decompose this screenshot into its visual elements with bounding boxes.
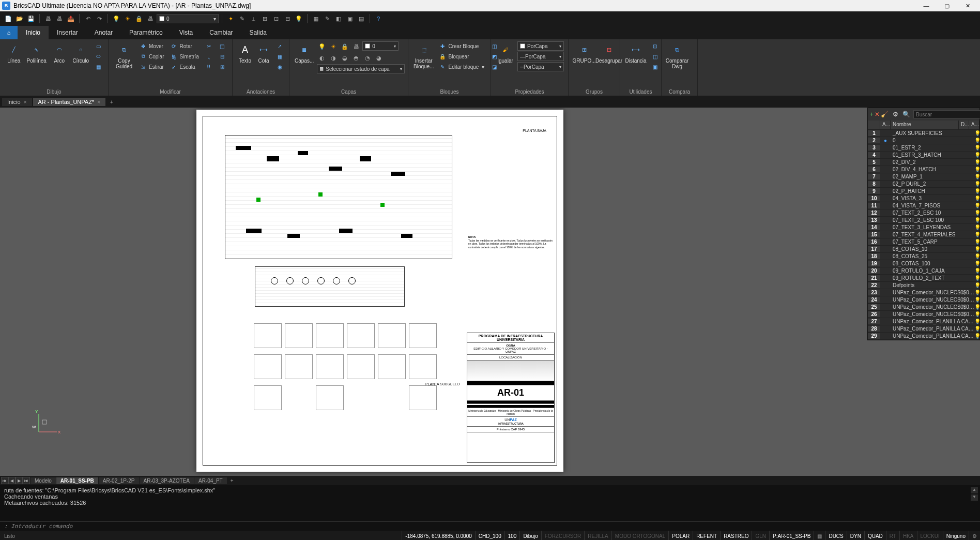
bulb1-icon[interactable]: 💡	[111, 13, 121, 24]
array-button[interactable]: ⠿	[203, 62, 215, 71]
status-hka[interactable]: HKA	[899, 531, 917, 540]
tool3-icon[interactable]: ⟂	[248, 13, 258, 24]
new-icon[interactable]: 📄	[3, 13, 13, 24]
status-rejilla[interactable]: REJILLA	[584, 531, 611, 540]
menu-tab-inicio[interactable]: Inicio	[18, 26, 49, 39]
layer-row[interactable]: 1808_COTAS_25💡	[868, 253, 979, 260]
menu-tab-paramétrico[interactable]: Paramétrico	[121, 26, 171, 39]
layer-row[interactable]: 1207_TEXT_2_ESC 10💡	[868, 209, 979, 217]
status-chd[interactable]: CHD_100	[475, 531, 504, 540]
texto-button[interactable]: ATexto	[237, 41, 253, 65]
layout-prev-button[interactable]: ◀	[8, 477, 16, 484]
mover-button[interactable]: ✥Mover	[137, 41, 166, 51]
layer-row[interactable]: 1607_TEXT_5_CARP💡	[868, 238, 979, 246]
status-dyn[interactable]: DYN	[847, 531, 864, 540]
color-combo[interactable]: PorCapa▾	[517, 41, 564, 51]
help-icon[interactable]: ?	[373, 13, 384, 24]
layer-search-input[interactable]	[913, 110, 980, 118]
layer-row[interactable]: 29UNPaz_Comedor_PLANILLA CARPI💡	[868, 333, 979, 340]
layer-tool-2[interactable]: ☀	[328, 41, 339, 52]
layer-row[interactable]: 1407_TEXT_3_LEYENDAS💡	[868, 224, 979, 231]
bulb-icon[interactable]: 💡	[974, 253, 979, 259]
layer-row[interactable]: 1104_VISTA_7_PISOS💡	[868, 202, 979, 209]
layer-tool-10[interactable]: ◕	[374, 53, 384, 63]
bulb-icon[interactable]: 💡	[974, 152, 979, 158]
close-icon[interactable]: ×	[24, 99, 27, 105]
layout-tab[interactable]: AR-03_3P-AZOTEA	[140, 477, 194, 484]
menu-tab-cambiar[interactable]: Cambiar	[201, 26, 241, 39]
status-orto[interactable]: MODO ORTOGONAL	[611, 531, 668, 540]
bulb-icon[interactable]: 💡	[974, 232, 979, 237]
layout-tab[interactable]: AR-01_SS-PB	[56, 477, 98, 484]
linetype-combo[interactable]: ─ PorCapa▾	[517, 62, 564, 71]
lock-icon[interactable]: 🔒	[134, 13, 144, 24]
status-lockui[interactable]: LOCKUI	[917, 531, 943, 540]
undo-icon[interactable]: ↶	[83, 13, 93, 24]
sun-icon[interactable]: ☀	[122, 13, 133, 24]
insertar-bloque-button[interactable]: ⬚Insertar Bloque...	[412, 41, 435, 70]
rect-button[interactable]: ▭	[93, 41, 104, 51]
wand-icon[interactable]: ✎	[237, 13, 247, 24]
layer-row[interactable]: 1507_TEXT_4_MATERIALES💡	[868, 231, 979, 238]
tool1-icon[interactable]: ✦	[225, 13, 236, 24]
bulb-icon[interactable]: 💡	[974, 333, 979, 339]
app-menu-button[interactable]: ⌂	[0, 26, 18, 39]
editar-bloque-button[interactable]: ✎Editar bloque▾	[437, 62, 486, 71]
simetria-button[interactable]: ⧎Simetría	[168, 52, 201, 61]
escala-button[interactable]: ⤢Escala	[168, 62, 201, 71]
layer-state-combo[interactable]: ≣Seleccionar estado de capa▾	[317, 64, 405, 73]
bulb-icon[interactable]: 💡	[974, 268, 979, 274]
layers-list[interactable]: 1_AUX SUPERFICIES💡2●0💡301_ESTR_2💡401_EST…	[868, 130, 979, 340]
bulb-icon[interactable]: 💡	[974, 217, 979, 223]
layer-row[interactable]: 401_ESTR_3_HATCH💡	[868, 152, 979, 159]
menu-tab-anotar[interactable]: Anotar	[86, 26, 121, 39]
grupo-button[interactable]: ⊞GRUPO...	[573, 41, 595, 65]
layer-combo[interactable]: 0▾	[157, 14, 219, 23]
eraser-icon[interactable]: ◧	[333, 13, 344, 24]
lineweight-combo[interactable]: — PorCapa▾	[517, 52, 564, 61]
layer-row[interactable]: 2●0💡	[868, 137, 979, 144]
cmd-scroll-down[interactable]: ▼	[971, 494, 978, 501]
layer-tool-8[interactable]: ◓	[351, 53, 361, 63]
layer-row[interactable]: 1307_TEXT_2_ESC 100💡	[868, 217, 979, 224]
mod-c-button[interactable]: ⊞	[217, 62, 228, 71]
estirar-button[interactable]: ⇲Estirar	[137, 62, 166, 71]
cmd-scroll-up[interactable]: ▲	[971, 487, 978, 493]
layer-row[interactable]: 23UNPaz_Comedor_NUCLEO$0$02_P💡	[868, 289, 979, 296]
print-icon[interactable]: 🖶	[43, 13, 53, 24]
redo-icon[interactable]: ↷	[94, 13, 104, 24]
status-forzcursor[interactable]: FORZCURSOR	[541, 531, 585, 540]
layer-row[interactable]: 301_ESTR_2💡	[868, 144, 979, 152]
bulb-icon[interactable]: 💡	[974, 319, 979, 324]
util-a[interactable]: ⊡	[649, 41, 661, 51]
bulb-icon[interactable]: 💡	[974, 181, 979, 187]
bulb-icon[interactable]: 💡	[974, 311, 979, 317]
layout-first-button[interactable]: ⏮	[1, 477, 8, 484]
minimize-button[interactable]: —	[916, 0, 937, 11]
hatch-button[interactable]: ▦	[93, 62, 104, 71]
layer-purge-icon[interactable]: 🧹	[881, 110, 889, 118]
menu-tab-insertar[interactable]: Insertar	[49, 26, 86, 39]
layer-row[interactable]: 25UNPaz_Comedor_NUCLEO$0$04_V💡	[868, 304, 979, 311]
layer-tool-7[interactable]: ◒	[340, 53, 350, 63]
layer-row[interactable]: 27UNPaz_Comedor_PLANILLA CARPI💡	[868, 318, 979, 325]
bulb-icon[interactable]: 💡	[974, 167, 979, 172]
edit-icon[interactable]: ✎	[322, 13, 332, 24]
layer-settings-icon[interactable]: ⚙	[893, 110, 898, 118]
layer-row[interactable]: 1708_COTAS_10💡	[868, 246, 979, 253]
status-coords[interactable]: -184.0875, 619.8885, 0.0000	[402, 531, 474, 540]
bulb-icon[interactable]: 💡	[974, 297, 979, 303]
bulb-icon[interactable]: 💡	[974, 159, 979, 165]
layer-row[interactable]: 1004_VISTA_3💡	[868, 195, 979, 202]
status-gln[interactable]: GLN	[752, 531, 769, 540]
bulb-icon[interactable]: 💡	[974, 261, 979, 266]
doc-tab[interactable]: Inicio×	[2, 98, 32, 106]
status-paper[interactable]: P:AR-01_SS-PB	[769, 531, 814, 540]
circulo-button[interactable]: ○Círculo	[71, 41, 90, 65]
trim-button[interactable]: ✂	[203, 41, 215, 51]
layout-tab[interactable]: AR-04_PT	[194, 477, 227, 484]
copiar-button[interactable]: ⧉Copiar	[137, 52, 166, 61]
layer-row[interactable]: 902_P_HATCH💡	[868, 188, 979, 195]
bloquear-button[interactable]: 🔒Bloquear	[437, 52, 486, 61]
bulb-icon[interactable]: 💡	[974, 290, 979, 295]
